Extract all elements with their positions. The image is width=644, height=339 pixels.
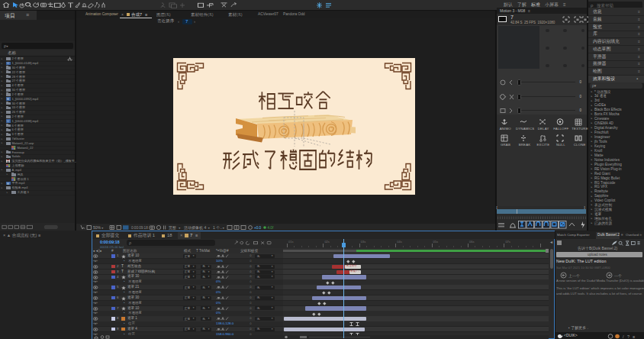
svg-text:50%: 50% — [93, 225, 101, 230]
svg-text:+0.0: +0.0 — [254, 226, 262, 230]
svg-text:▼: ▼ — [179, 226, 181, 229]
svg-text:#: # — [111, 249, 114, 253]
svg-text:▼: ▼ — [208, 226, 210, 229]
svg-text:1 个..: 1 个.. — [213, 225, 222, 230]
svg-text:活动摄像机 4: 活动摄像机 4 — [184, 225, 206, 231]
svg-text:上一个: 上一个 — [568, 273, 580, 278]
svg-text:完整: 完整 — [169, 225, 176, 231]
svg-text:≡: ≡ — [633, 334, 635, 339]
svg-text:图层名称: 图层名称 — [123, 249, 137, 253]
svg-text:?: ? — [627, 334, 630, 339]
svg-text:▼: ▼ — [101, 226, 104, 229]
svg-text:*=\fx@#: *=\fx@# — [216, 249, 229, 253]
svg-text:/: / — [623, 334, 624, 339]
svg-text:0:00:09:18: 0:00:09:18 — [131, 225, 148, 229]
svg-text:父级和链接: 父级和链接 — [240, 249, 258, 253]
svg-text:T TrkMat: T TrkMat — [196, 249, 211, 253]
svg-text:模式: 模式 — [183, 249, 192, 253]
svg-text:一个: 一个 — [614, 273, 622, 278]
svg-text:●◄)●: ●◄)● — [93, 249, 102, 253]
svg-text:▼: ▼ — [222, 226, 224, 229]
svg-text:4.0f: 4.0f — [268, 226, 274, 230]
